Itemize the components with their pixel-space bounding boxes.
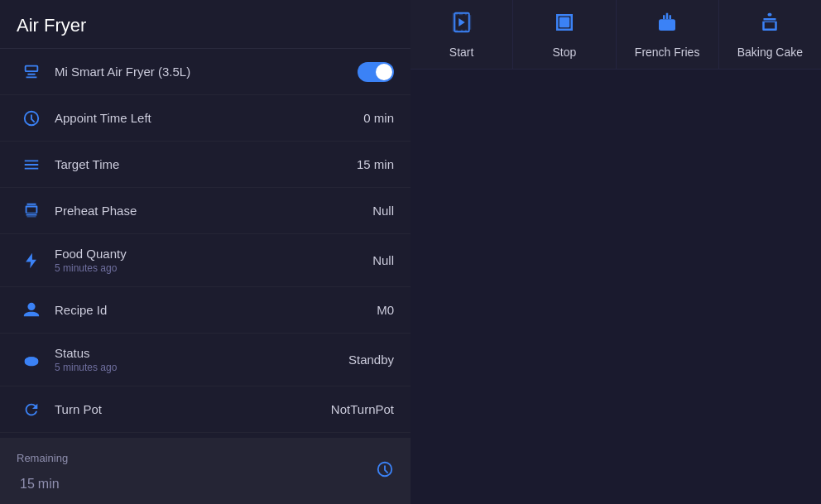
list-item-recipe-id: Recipe Id M0 — [0, 287, 410, 334]
list-item-turn-pot: Turn Pot NotTurnPot — [0, 386, 410, 433]
items-list: Mi Smart Air Fryer (3.5L) Appoint Time L… — [0, 49, 410, 438]
target-time-content: Target Time — [55, 157, 357, 171]
right-content-area — [410, 70, 821, 504]
food-quanty-label: Food Quanty — [55, 247, 372, 261]
svg-rect-3 — [659, 19, 675, 31]
baking-cake-icon — [757, 10, 782, 41]
food-quanty-sublabel: 5 minutes ago — [55, 262, 372, 274]
target-time-value: 15 min — [357, 157, 394, 171]
remaining-number: 15 — [20, 477, 35, 491]
french-fries-label: French Fries — [635, 46, 700, 59]
turn-pot-label: Turn Pot — [55, 402, 331, 416]
status-value: Standby — [348, 353, 394, 367]
preheat-content: Preheat Phase — [55, 204, 372, 218]
preheat-icon — [17, 202, 46, 220]
airfryer-icon — [17, 63, 46, 81]
list-item-device: Mi Smart Air Fryer (3.5L) — [0, 49, 410, 95]
appoint-time-value: 0 min — [363, 111, 394, 125]
turn-pot-value: NotTurnPot — [331, 402, 394, 416]
list-item-status: Status 5 minutes ago Standby — [0, 334, 410, 386]
left-panel: Air Fryer Mi Smart Air Fryer (3.5L) Appo… — [0, 0, 410, 504]
list-item-target-time: Target Time 15 min — [0, 142, 410, 188]
remaining-value: 15min — [17, 466, 68, 492]
app-title: Air Fryer — [0, 0, 410, 49]
bolt-icon — [17, 252, 46, 270]
list-item-preheat: Preheat Phase Null — [0, 188, 410, 234]
turn-pot-content: Turn Pot — [55, 402, 331, 416]
start-label: Start — [449, 46, 474, 59]
status-label: Status — [55, 346, 348, 360]
device-toggle[interactable] — [358, 62, 394, 82]
french-fries-icon — [655, 10, 679, 41]
stop-button[interactable]: Stop — [513, 0, 616, 69]
food-quanty-content: Food Quanty 5 minutes ago — [55, 247, 372, 274]
status-sublabel: 5 minutes ago — [55, 362, 348, 373]
device-label: Mi Smart Air Fryer (3.5L) — [55, 65, 358, 79]
french-fries-button[interactable]: French Fries — [617, 0, 719, 69]
recipe-id-label: Recipe Id — [55, 303, 377, 317]
remaining-unit: min — [38, 477, 60, 491]
food-quanty-value: Null — [372, 253, 394, 267]
appoint-time-label: Appoint Time Left — [55, 111, 363, 125]
bottom-bar: Remaining 15min — [0, 438, 410, 504]
list-item-food-quanty: Food Quanty 5 minutes ago Null — [0, 234, 410, 287]
action-buttons-bar: Start Stop French Fries — [410, 0, 821, 70]
remaining-block: Remaining 15min — [17, 452, 68, 492]
remaining-timer-icon — [376, 460, 394, 483]
stop-icon — [552, 10, 577, 41]
clock-icon — [17, 109, 46, 127]
target-time-label: Target Time — [55, 157, 357, 171]
svg-rect-2 — [559, 17, 570, 28]
appoint-time-content: Appoint Time Left — [55, 111, 363, 125]
right-panel: Start Stop French Fries — [410, 0, 821, 504]
status-content: Status 5 minutes ago — [55, 346, 348, 373]
recipe-id-content: Recipe Id — [55, 303, 377, 317]
refresh-icon — [17, 401, 46, 419]
device-label-block: Mi Smart Air Fryer (3.5L) — [55, 65, 358, 79]
stop-label: Stop — [552, 46, 576, 59]
lines-icon — [17, 156, 46, 174]
start-icon — [449, 10, 474, 41]
preheat-value: Null — [372, 204, 394, 218]
recipe-id-value: M0 — [377, 303, 394, 317]
status-icon — [17, 351, 46, 369]
list-item-appoint-time: Appoint Time Left 0 min — [0, 95, 410, 142]
preheat-label: Preheat Phase — [55, 204, 372, 218]
remaining-label: Remaining — [17, 452, 68, 464]
baking-cake-label: Baking Cake — [737, 46, 803, 59]
baking-cake-button[interactable]: Baking Cake — [719, 0, 821, 69]
recipe-icon — [17, 301, 46, 319]
start-button[interactable]: Start — [410, 0, 513, 69]
